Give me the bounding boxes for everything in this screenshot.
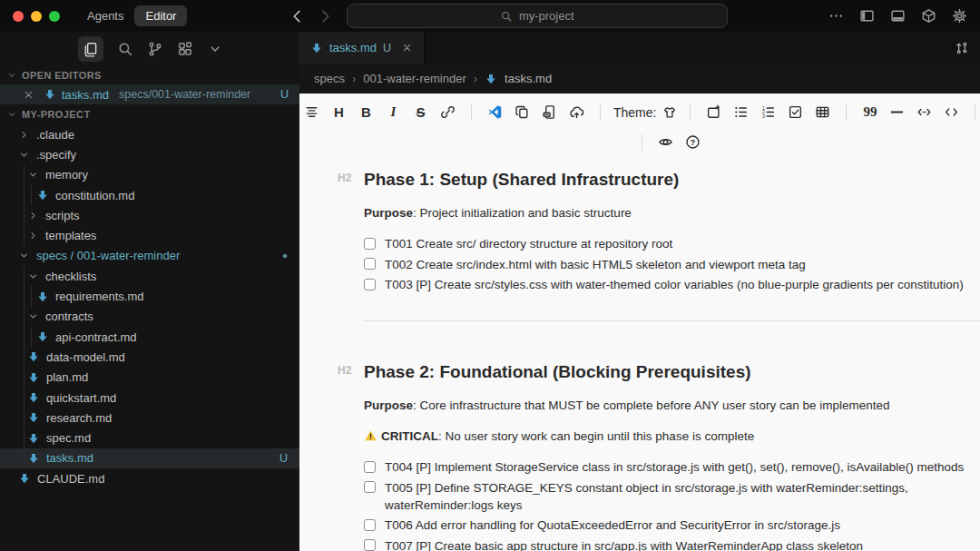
tree-folder--claude[interactable]: .claude bbox=[0, 124, 299, 144]
bold-button[interactable]: B bbox=[354, 101, 378, 124]
paragraph-text: : Project initialization and basic struc… bbox=[413, 206, 632, 220]
source-control-icon[interactable] bbox=[147, 41, 163, 57]
task-item: T005 [P] Define STORAGE_KEYS constant ob… bbox=[364, 479, 980, 514]
tree-file-quickstart-md[interactable]: quickstart.md bbox=[0, 388, 299, 408]
inline-code-button[interactable] bbox=[912, 101, 936, 124]
preview-eye-button[interactable] bbox=[653, 131, 678, 154]
extensions-icon[interactable] bbox=[177, 41, 193, 57]
tree-folder-memory[interactable]: memory bbox=[0, 165, 299, 185]
tab-tasks-md[interactable]: tasks.md U bbox=[299, 32, 425, 64]
chevron-down-icon bbox=[6, 70, 17, 81]
sidebar: OPEN EDITORS tasks.md specs/001-water-re… bbox=[0, 32, 299, 551]
task-label: T007 [P] Create basic app structure in s… bbox=[385, 537, 863, 551]
menu-tab-agents[interactable]: Agents bbox=[82, 5, 129, 26]
files-icon[interactable] bbox=[78, 36, 103, 62]
tree-file-data-model-md[interactable]: data-model.md bbox=[0, 347, 299, 367]
insert-block-button[interactable] bbox=[701, 101, 726, 124]
tree-folder-specs-001-water-reminder[interactable]: specs / 001-water-reminder bbox=[0, 246, 299, 266]
task-checkbox[interactable] bbox=[364, 258, 376, 270]
breadcrumb-specs[interactable]: specs bbox=[314, 72, 345, 85]
help-icon: ? bbox=[685, 134, 701, 150]
markdown-file-icon bbox=[485, 73, 497, 85]
zoom-window-button[interactable] bbox=[49, 11, 60, 22]
chevron-down-icon bbox=[27, 310, 39, 322]
open-changes-diff-icon[interactable] bbox=[955, 41, 969, 55]
numbered-list-button[interactable]: 123 bbox=[756, 101, 780, 124]
toolbar-separator bbox=[471, 104, 472, 121]
copy-button[interactable] bbox=[510, 101, 534, 124]
upload-cloud-button[interactable] bbox=[564, 101, 589, 124]
tree-file-spec-md[interactable]: spec.md bbox=[0, 428, 299, 448]
task-checkbox-button[interactable] bbox=[783, 101, 808, 124]
horizontal-rule-button[interactable] bbox=[885, 101, 909, 124]
package-cube-icon[interactable] bbox=[921, 8, 936, 24]
link-button[interactable] bbox=[436, 101, 460, 124]
document-body[interactable]: H2Phase 1: Setup (Shared Infrastructure)… bbox=[299, 157, 980, 551]
search-icon[interactable] bbox=[117, 41, 133, 57]
help-button[interactable]: ? bbox=[681, 131, 705, 154]
align-center-button[interactable] bbox=[299, 101, 324, 124]
close-icon[interactable] bbox=[23, 89, 34, 101]
italic-button[interactable]: I bbox=[381, 101, 406, 124]
minimize-window-button[interactable] bbox=[31, 11, 42, 22]
markdown-file-icon bbox=[27, 452, 40, 465]
theme-select[interactable]: Theme: bbox=[613, 105, 677, 120]
more-ellipsis-icon[interactable] bbox=[828, 8, 844, 24]
tree-folder-scripts[interactable]: scripts bbox=[0, 205, 299, 225]
tree-file-requirements-md[interactable]: requirements.md bbox=[0, 286, 299, 306]
bullet-list-button[interactable] bbox=[729, 101, 753, 124]
tree-item-label: templates bbox=[45, 229, 96, 242]
menu-tab-editor[interactable]: Editor bbox=[134, 5, 187, 26]
tree-file-claude-md[interactable]: CLAUDE.md bbox=[0, 468, 299, 488]
file-export-button[interactable] bbox=[537, 101, 562, 124]
explorer-header[interactable]: MY-PROJECT bbox=[0, 104, 299, 123]
tree-folder--specify[interactable]: .specify bbox=[0, 144, 299, 164]
close-icon[interactable] bbox=[401, 42, 413, 54]
task-checkbox[interactable] bbox=[364, 461, 376, 473]
task-label: T006 Add error handling for QuotaExceede… bbox=[385, 517, 840, 534]
forward-arrow-icon[interactable] bbox=[318, 8, 334, 25]
task-checkbox[interactable] bbox=[364, 279, 376, 290]
task-label: T003 [P] Create src/styles.css with wate… bbox=[385, 276, 964, 293]
breadcrumb-file[interactable]: tasks.md bbox=[505, 72, 552, 85]
heading-button[interactable]: H bbox=[327, 101, 351, 124]
untracked-badge: U bbox=[280, 88, 289, 101]
markdown-file-icon bbox=[27, 411, 40, 424]
code-block-button[interactable] bbox=[939, 101, 964, 124]
table-button[interactable] bbox=[810, 101, 835, 124]
tree-item-label: memory bbox=[45, 168, 88, 182]
section-heading: Phase 2: Foundational (Blocking Prerequi… bbox=[364, 362, 751, 381]
task-checkbox[interactable] bbox=[364, 481, 376, 493]
tree-folder-templates[interactable]: templates bbox=[0, 225, 299, 245]
panel-bottom-icon[interactable] bbox=[890, 8, 906, 24]
markdown-editor: HBISTheme:12399 ? H2Phase 1: Setup (Shar… bbox=[299, 93, 980, 551]
panel-left-icon[interactable] bbox=[859, 8, 875, 24]
task-checkbox[interactable] bbox=[364, 238, 376, 250]
tree-folder-contracts[interactable]: contracts bbox=[0, 307, 299, 327]
tree-file-plan-md[interactable]: plan.md bbox=[0, 368, 299, 388]
blockquote-button[interactable]: 99 bbox=[858, 101, 882, 124]
task-checkbox[interactable] bbox=[364, 519, 376, 531]
close-window-button[interactable] bbox=[13, 11, 24, 22]
task-list: T001 Create src/ directory structure at … bbox=[364, 235, 980, 293]
tree-file-tasks-md[interactable]: tasks.mdU bbox=[0, 448, 299, 468]
tree-folder-checklists[interactable]: checklists bbox=[0, 266, 299, 286]
tree-file-constitution-md[interactable]: constitution.md bbox=[0, 185, 299, 205]
breadcrumb-feature[interactable]: 001-water-reminder bbox=[363, 72, 466, 85]
chevron-down-icon[interactable] bbox=[207, 41, 223, 57]
vscode-button[interactable] bbox=[483, 101, 507, 124]
table-icon bbox=[815, 104, 830, 120]
project-search-input[interactable]: my-project bbox=[347, 4, 728, 28]
task-checkbox[interactable] bbox=[364, 539, 376, 551]
tree-file-research-md[interactable]: research.md bbox=[0, 408, 299, 428]
back-arrow-icon[interactable] bbox=[289, 8, 305, 25]
open-editor-file: tasks.md bbox=[62, 88, 109, 102]
blockquote-icon: 99 bbox=[863, 104, 877, 120]
doc-section: H2Phase 1: Setup (Shared Infrastructure)… bbox=[364, 169, 980, 293]
open-editor-item-tasks-md[interactable]: tasks.md specs/001-water-reminder U bbox=[0, 84, 299, 104]
settings-gear-icon[interactable] bbox=[952, 8, 967, 24]
strikethrough-button[interactable]: S bbox=[408, 101, 433, 124]
tree-file-api-contract-md[interactable]: api-contract.md bbox=[0, 327, 299, 347]
open-editors-header[interactable]: OPEN EDITORS bbox=[0, 65, 299, 84]
open-editor-path: specs/001-water-reminder bbox=[119, 88, 250, 101]
